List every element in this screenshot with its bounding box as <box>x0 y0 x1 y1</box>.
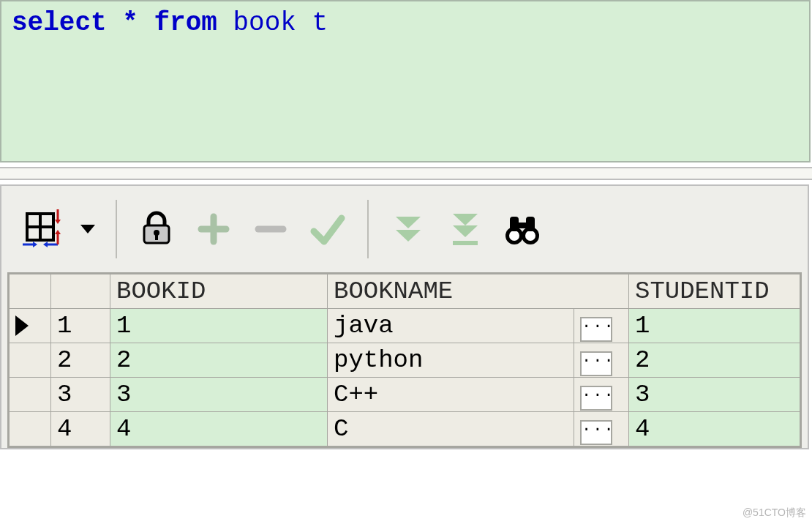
row-indicator[interactable] <box>10 309 51 343</box>
svg-marker-8 <box>55 220 61 224</box>
header-bookname[interactable]: BOOKNAME <box>328 274 629 309</box>
table-row[interactable]: 33C++···3 <box>10 378 800 412</box>
row-number: 1 <box>51 309 110 343</box>
ellipsis-button[interactable]: ··· <box>580 317 612 342</box>
find-button[interactable] <box>500 207 544 251</box>
cell-studentid[interactable]: 1 <box>629 309 800 343</box>
table-row[interactable]: 22python···2 <box>10 343 800 378</box>
fetch-next-button <box>386 207 430 251</box>
cell-bookname-expand[interactable]: ··· <box>574 343 629 378</box>
svg-marker-4 <box>33 242 37 247</box>
binoculars-icon <box>503 209 542 249</box>
cell-bookid[interactable]: 3 <box>110 378 328 412</box>
svg-marker-10 <box>55 230 61 234</box>
svg-rect-29 <box>517 223 527 228</box>
double-chevron-down-icon <box>388 209 428 249</box>
delete-row-button <box>249 207 293 251</box>
row-indicator[interactable] <box>10 378 51 412</box>
header-row: BOOKID BOOKNAME STUDENTID <box>10 274 800 309</box>
cell-bookid[interactable]: 2 <box>110 343 328 378</box>
row-indicator[interactable] <box>10 343 51 378</box>
fetch-all-button <box>443 207 487 251</box>
sql-keyword-select: select <box>12 8 107 38</box>
cell-bookid[interactable]: 4 <box>110 412 328 446</box>
toolbar-separator <box>116 200 117 258</box>
cell-bookname[interactable]: C++ <box>328 378 574 412</box>
grid-toggle-dropdown[interactable] <box>78 207 98 251</box>
sql-table: book <box>233 8 296 38</box>
lock-icon <box>137 209 176 249</box>
chevron-down-icon <box>78 209 98 249</box>
svg-marker-19 <box>396 230 421 242</box>
row-indicator[interactable] <box>10 412 51 446</box>
results-toolbar <box>7 196 802 272</box>
svg-marker-21 <box>453 225 478 237</box>
plus-icon <box>194 209 233 249</box>
cell-bookname-expand[interactable]: ··· <box>574 412 629 446</box>
cell-studentid[interactable]: 2 <box>629 343 800 378</box>
pane-separator[interactable] <box>0 167 812 180</box>
sql-alias: t <box>312 8 328 38</box>
row-number: 4 <box>51 412 110 446</box>
svg-marker-20 <box>453 214 478 225</box>
cell-studentid[interactable]: 3 <box>629 378 800 412</box>
cell-bookid[interactable]: 1 <box>110 309 328 343</box>
ellipsis-button[interactable]: ··· <box>580 351 612 376</box>
header-rownum <box>51 274 110 309</box>
grid-toggle-icon <box>23 209 62 249</box>
cell-studentid[interactable]: 4 <box>629 412 800 446</box>
header-bookid[interactable]: BOOKID <box>110 274 328 309</box>
results-panel: BOOKID BOOKNAME STUDENTID 11java···122py… <box>0 184 809 449</box>
sql-editor[interactable]: select * from book t <box>0 0 811 162</box>
row-number: 3 <box>51 378 110 412</box>
grid-toggle-button[interactable] <box>20 207 64 251</box>
toolbar-separator <box>367 200 369 258</box>
check-icon <box>308 209 347 249</box>
ellipsis-button[interactable]: ··· <box>580 386 612 411</box>
header-studentid[interactable]: STUDENTID <box>629 274 800 309</box>
svg-marker-6 <box>43 242 48 247</box>
cell-bookname[interactable]: C <box>328 412 574 446</box>
commit-button <box>306 207 350 251</box>
cell-bookname[interactable]: python <box>328 343 574 378</box>
lock-button[interactable] <box>135 207 178 251</box>
results-grid[interactable]: BOOKID BOOKNAME STUDENTID 11java···122py… <box>7 272 802 448</box>
sql-star: * <box>122 8 138 38</box>
svg-marker-11 <box>80 225 95 233</box>
svg-marker-18 <box>396 217 421 228</box>
table-row[interactable]: 44C···4 <box>10 412 800 446</box>
double-chevron-down-bar-icon <box>446 209 485 249</box>
svg-point-25 <box>509 231 519 241</box>
add-row-button <box>192 207 236 251</box>
cell-bookname-expand[interactable]: ··· <box>574 309 629 343</box>
ellipsis-button[interactable]: ··· <box>580 420 612 445</box>
minus-icon <box>251 209 290 249</box>
svg-rect-14 <box>155 233 158 240</box>
cell-bookname-expand[interactable]: ··· <box>574 378 629 412</box>
table-row[interactable]: 11java···1 <box>10 309 800 343</box>
svg-point-26 <box>525 231 535 241</box>
current-row-arrow-icon <box>15 315 29 336</box>
sql-keyword-from: from <box>154 8 217 38</box>
cell-bookname[interactable]: java <box>328 309 574 343</box>
row-number: 2 <box>51 343 110 378</box>
header-indicator <box>10 274 51 309</box>
watermark: @51CTO博客 <box>743 507 806 520</box>
